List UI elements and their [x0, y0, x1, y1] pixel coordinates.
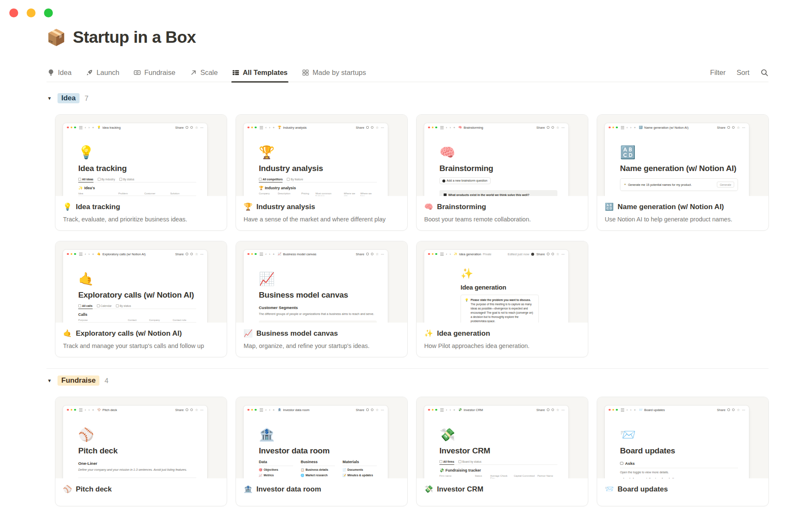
globe-emoji: 🌐 [301, 474, 304, 477]
card-title: Investor data room [256, 485, 321, 494]
call-me-hand-emoji: 🤙 [78, 273, 196, 285]
page-title: 📦 Startup in a Box [47, 28, 768, 47]
sparkle-icon: ✦ [624, 183, 626, 186]
template-preview: ‹›+ 💡Idea tracking Share☆⋯ 💡 Idea tracki… [55, 115, 227, 196]
card-description: Track, evaluate, and prioritize business… [63, 216, 219, 223]
card-title: Brainstorming [437, 203, 486, 211]
trophy-emoji: 🏆 [244, 202, 252, 211]
abcd-emoji: 🔠 [620, 146, 738, 159]
template-card-board-updates[interactable]: ‹›+ 📨Board updates Share☆⋯ 📨 Board updat… [597, 397, 769, 506]
mini-button: Add a new brainstorm question [439, 177, 491, 184]
section-count: 7 [85, 94, 88, 102]
section-header-idea: ▼ Idea 7 [47, 93, 768, 103]
template-card-industry-analysis[interactable]: ‹›+ 🏆Industry analysis Share☆⋯ 🏆 Industr… [236, 114, 408, 231]
tab-label: Fundraise [144, 69, 175, 77]
close-window-icon[interactable] [9, 8, 18, 17]
template-preview: ‹›+ 📈Business model canvas Share☆⋯ 📈 Bus… [236, 241, 407, 323]
app: { "page": { "icon": "📦", "title": "Start… [0, 0, 812, 508]
call-me-hand-emoji: 🤙 [63, 329, 72, 338]
collapse-triangle-icon[interactable]: ▼ [47, 96, 52, 101]
section-badge[interactable]: Fundraise [58, 375, 99, 386]
tab-all-templates[interactable]: All Templates [231, 64, 288, 82]
lightbulb-emoji: 💡 [63, 202, 72, 211]
template-grid-idea: ‹›+ 💡Idea tracking Share☆⋯ 💡 Idea tracki… [55, 114, 768, 357]
card-description: Have a sense of the market and where dif… [244, 216, 400, 223]
avatar [531, 253, 534, 256]
tab-launch[interactable]: Launch [85, 64, 120, 82]
template-card-pitch-deck[interactable]: ‹›+ ⚾Pitch deck Share☆⋯ ⚾ Pitch deck One… [55, 397, 227, 506]
card-caption: 💸Investor CRM [417, 478, 588, 506]
tab-label: All Templates [243, 69, 288, 77]
target-emoji: 🎯 [259, 468, 263, 471]
brain-emoji: 🧠 [439, 146, 557, 159]
card-caption: 🏦Investor data room [236, 478, 407, 506]
template-grid-fundraise: ‹›+ ⚾Pitch deck Share☆⋯ ⚾ Pitch deck One… [55, 397, 768, 506]
card-caption: ✨Idea generation How Pilot approaches id… [417, 323, 588, 357]
section-header-fundraise: ▼ Fundraise 4 [47, 375, 768, 386]
template-preview: ‹›+ 🔠Name generation (w/ Notion AI) Shar… [597, 115, 768, 196]
menu-icon [621, 126, 624, 129]
template-card-business-model-canvas[interactable]: ‹›+ 📈Business model canvas Share☆⋯ 📈 Bus… [236, 241, 408, 357]
menu-icon [79, 126, 82, 129]
card-caption: 🧠Brainstorming Boost your teams remote c… [417, 196, 588, 230]
menu-icon [260, 253, 263, 256]
template-card-brainstorming[interactable]: ‹›+ 🧠Brainstorming Share☆⋯ 🧠 Brainstormi… [416, 114, 588, 231]
mini-titlebar: ‹›+ 🔠Name generation (w/ Notion AI) Shar… [605, 123, 749, 132]
zoom-window-icon[interactable] [44, 8, 53, 17]
window-traffic-lights [9, 8, 53, 17]
mini-titlebar: ‹›+ 💸Investor CRM Share☆⋯ [424, 406, 568, 414]
star-icon: ☆ [195, 126, 198, 130]
card-caption: 📨Board updates [597, 478, 768, 506]
card-caption: ⚾Pitch deck [55, 478, 227, 506]
menu-icon [260, 126, 263, 129]
menu-icon [440, 253, 444, 256]
section-count: 4 [104, 377, 108, 385]
sort-button[interactable]: Sort [737, 69, 749, 77]
template-preview: ‹›+ ⚾Pitch deck Share☆⋯ ⚾ Pitch deck One… [55, 397, 227, 478]
card-title: Industry analysis [256, 203, 315, 211]
card-caption: 🤙Exploratory calls (w/ Notion AI) Track … [55, 323, 227, 357]
card-title: Investor CRM [437, 485, 483, 494]
search-button[interactable] [760, 69, 768, 77]
tab-idea[interactable]: Idea [47, 64, 72, 82]
tab-bar: Idea Launch Fundraise Scale All Template… [47, 64, 768, 82]
card-title: Pitch deck [76, 485, 112, 494]
template-preview: ‹›+ 💸Investor CRM Share☆⋯ 💸 Investor CRM… [417, 397, 588, 478]
chart-increasing-emoji: 📈 [259, 273, 377, 285]
template-card-idea-generation[interactable]: ‹› ✨Idea generation Private Edited just … [416, 241, 588, 357]
incoming-envelope-emoji: 📨 [605, 485, 614, 494]
card-description: Use Notion AI to help generate product n… [605, 216, 761, 223]
template-card-investor-crm[interactable]: ‹›+ 💸Investor CRM Share☆⋯ 💸 Investor CRM… [416, 397, 588, 506]
mini-titlebar: ‹›+ 🧠Brainstorming Share☆⋯ [424, 123, 568, 132]
mini-titlebar: ‹›+ 🏦Investor data room Share☆⋯ [244, 406, 388, 414]
card-title: Exploratory calls (w/ Notion AI) [76, 329, 182, 338]
tab-made-by-startups[interactable]: Made by startups [301, 64, 367, 82]
tab-label: Idea [58, 69, 71, 77]
banknote-icon [134, 69, 141, 76]
template-preview: ‹›+ 🏆Industry analysis Share☆⋯ 🏆 Industr… [236, 115, 407, 196]
brain-emoji: 🧠 [424, 202, 433, 211]
card-caption: 🔠Name generation (w/ Notion AI) Use Noti… [597, 196, 768, 230]
template-card-investor-data-room[interactable]: ‹›+ 🏦Investor data room Share☆⋯ 🏦 Invest… [236, 397, 408, 506]
card-caption: 📈Business model canvas Map, organize, an… [236, 323, 407, 357]
clipboard-emoji: 📋 [301, 468, 304, 471]
filter-button[interactable]: Filter [710, 69, 726, 77]
template-card-exploratory-calls[interactable]: ‹›+ 🤙Exploratory calls (w/ Notion AI) Sh… [55, 241, 227, 357]
trophy-emoji: 🏆 [259, 146, 377, 159]
package-icon: 📦 [47, 30, 66, 45]
template-card-idea-tracking[interactable]: ‹›+ 💡Idea tracking Share☆⋯ 💡 Idea tracki… [55, 114, 227, 231]
template-card-name-generation[interactable]: ‹›+ 🔠Name generation (w/ Notion AI) Shar… [597, 114, 769, 231]
section-badge[interactable]: Idea [58, 93, 80, 103]
collapse-triangle-icon[interactable]: ▼ [47, 378, 52, 383]
minimize-window-icon[interactable] [27, 8, 36, 17]
tab-fundraise[interactable]: Fundraise [133, 64, 176, 82]
lightbulb-icon [47, 69, 55, 76]
card-description: Track and manage your startup's calls an… [63, 342, 219, 349]
tab-scale[interactable]: Scale [189, 64, 219, 82]
menu-icon [621, 409, 624, 411]
baseball-emoji: ⚾ [78, 428, 196, 441]
mini-titlebar: ‹›+ 📨Board updates Share☆⋯ [605, 406, 749, 414]
menu-icon [79, 253, 82, 256]
card-description: How Pilot approaches idea generation. [424, 342, 580, 349]
template-preview: ‹› ✨Idea generation Private Edited just … [417, 241, 588, 323]
